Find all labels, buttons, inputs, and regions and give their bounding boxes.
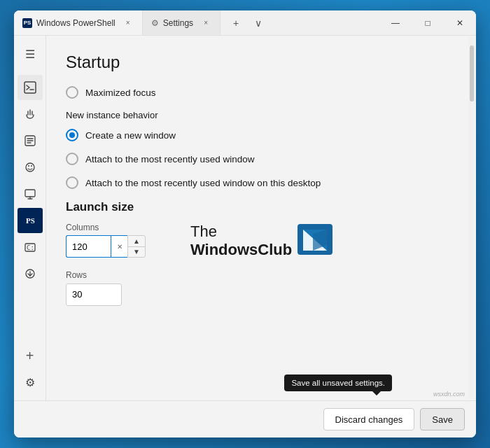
discard-button[interactable]: Discard changes (323, 408, 415, 430)
svg-point-8 (31, 165, 32, 167)
maximized-focus-row: Maximized focus (66, 86, 448, 99)
rows-section: Rows ▲ ▼ (66, 268, 448, 306)
minimize-button[interactable]: — (379, 10, 412, 35)
scrollbar[interactable] (469, 37, 475, 399)
launch-size-title: Launch size (66, 200, 448, 214)
tab-actions: + ∨ (220, 10, 274, 35)
tab-settings-close[interactable]: × (200, 18, 211, 29)
logo-the: The (190, 223, 292, 241)
svg-point-6 (26, 163, 34, 172)
radio-create-window-label: Create a new window (85, 130, 176, 141)
columns-spin-down[interactable]: ▼ (128, 247, 145, 258)
logo-windowsclub: WindowsClub (190, 241, 292, 259)
sidebar-icon-terminal[interactable] (18, 75, 43, 100)
svg-point-7 (28, 165, 29, 167)
sidebar-icon-palette[interactable] (18, 155, 43, 180)
content-with-scroll: Startup Maximized focus New instance beh… (46, 36, 476, 400)
tab-powershell-label: Windows PowerShell (36, 18, 115, 28)
svg-rect-9 (25, 190, 35, 197)
sidebar-add-button[interactable]: + (18, 343, 43, 368)
page-title: Startup (66, 52, 448, 72)
window-controls: — □ ✕ (379, 10, 476, 35)
maximize-button[interactable]: □ (412, 10, 444, 35)
main-layout: ☰ (14, 36, 476, 400)
columns-section: Columns ✕ ▲ ▼ (66, 223, 146, 258)
columns-input-wrap: ✕ (66, 235, 127, 258)
radio-attach-recent-row: Attach to the most recently used window (66, 153, 448, 165)
sidebar: ☰ (14, 36, 46, 400)
svg-text:PS: PS (26, 216, 35, 225)
tab-powershell-close[interactable]: × (122, 18, 134, 29)
rows-input-wrap: ▲ ▼ (66, 284, 122, 306)
maximized-focus-label: Maximized focus (85, 88, 156, 98)
tab-powershell[interactable]: PS Windows PowerShell × (14, 10, 143, 35)
title-bar: PS Windows PowerShell × ⚙ Settings × + ∨… (14, 10, 476, 36)
radio-attach-recent[interactable] (66, 153, 78, 165)
tooltip-bubble: Save all unsaved settings. (284, 374, 392, 391)
radio-attach-desktop-label: Attach to the most recently used window … (85, 178, 321, 188)
sidebar-menu-icon[interactable]: ☰ (18, 41, 43, 66)
radio-attach-desktop-row: Attach to the most recently used window … (66, 176, 448, 189)
sidebar-icon-hand[interactable] (18, 102, 43, 127)
logo-text: The WindowsClub (190, 223, 292, 260)
svg-text:C:: C: (27, 244, 34, 251)
close-button[interactable]: ✕ (444, 10, 476, 35)
scroll-area: Startup Maximized focus New instance beh… (46, 36, 468, 400)
footer: Save all unsaved settings. Discard chang… (14, 400, 476, 438)
logo-icon (298, 224, 332, 258)
radio-attach-recent-label: Attach to the most recently used window (85, 154, 255, 164)
columns-spin-up[interactable]: ▲ (128, 236, 145, 247)
radio-attach-desktop[interactable] (66, 176, 78, 189)
sidebar-settings-button[interactable]: ⚙ (18, 370, 43, 395)
add-tab-button[interactable]: + (226, 13, 246, 33)
watermark: wsxdn.com (433, 391, 465, 398)
columns-spin: ▲ ▼ (127, 235, 146, 258)
main-window: PS Windows PowerShell × ⚙ Settings × + ∨… (14, 10, 476, 438)
logo-area: The WindowsClub (190, 223, 332, 260)
settings-panel: Startup Maximized focus New instance beh… (46, 36, 468, 323)
save-button[interactable]: Save (420, 408, 465, 430)
radio-create-window[interactable] (66, 129, 78, 141)
powershell-icon: PS (22, 18, 32, 28)
sidebar-icon-arrow[interactable] (18, 261, 43, 286)
columns-label: Columns (66, 223, 146, 232)
radio-create-window-row: Create a new window (66, 129, 448, 141)
maximized-focus-radio[interactable] (66, 86, 78, 99)
launch-size-section: Launch size Columns ✕ (66, 200, 448, 306)
columns-input-group: ✕ ▲ ▼ (66, 235, 146, 258)
tab-chevron-button[interactable]: ∨ (248, 13, 268, 33)
columns-input[interactable] (66, 235, 111, 258)
sidebar-icon-powershell[interactable]: PS (18, 208, 43, 233)
scrollbar-thumb[interactable] (470, 46, 474, 102)
rows-input[interactable] (66, 289, 122, 300)
svg-rect-0 (24, 82, 36, 93)
tab-settings-label: Settings (163, 18, 193, 28)
sidebar-icon-monitor[interactable] (18, 181, 43, 206)
sidebar-icon-cmd[interactable]: C: (18, 234, 43, 260)
input-row: Columns ✕ ▲ ▼ (66, 223, 448, 260)
sidebar-icon-edit[interactable] (18, 128, 43, 153)
rows-label: Rows (66, 270, 87, 280)
new-instance-label: New instance behavior (66, 110, 448, 120)
columns-clear-button[interactable]: ✕ (111, 235, 127, 258)
sidebar-bottom: + ⚙ (18, 343, 43, 400)
settings-tab-icon: ⚙ (151, 18, 159, 28)
tab-settings[interactable]: ⚙ Settings × (143, 10, 220, 35)
